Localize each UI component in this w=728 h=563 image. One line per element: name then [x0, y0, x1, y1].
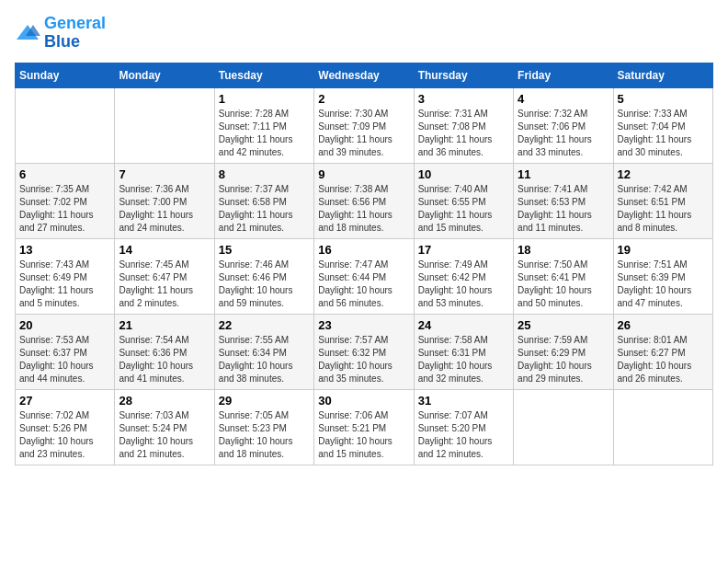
- calendar-cell: [514, 389, 613, 465]
- logo: General Blue: [15, 15, 106, 52]
- calendar-cell: 8Sunrise: 7:37 AM Sunset: 6:58 PM Daylig…: [214, 163, 313, 238]
- day-info: Sunrise: 7:57 AM Sunset: 6:32 PM Dayligh…: [318, 334, 409, 385]
- day-info: Sunrise: 7:38 AM Sunset: 6:56 PM Dayligh…: [318, 183, 409, 235]
- day-number: 20: [19, 318, 110, 332]
- day-number: 9: [318, 167, 409, 181]
- calendar-cell: 28Sunrise: 7:03 AM Sunset: 5:24 PM Dayli…: [115, 389, 214, 465]
- day-info: Sunrise: 7:05 AM Sunset: 5:23 PM Dayligh…: [219, 409, 310, 461]
- day-number: 11: [518, 167, 609, 181]
- calendar-cell: 15Sunrise: 7:46 AM Sunset: 6:46 PM Dayli…: [214, 238, 313, 314]
- day-number: 28: [119, 394, 210, 408]
- day-number: 14: [119, 243, 210, 257]
- day-number: 30: [318, 394, 409, 408]
- day-number: 4: [518, 92, 609, 106]
- day-number: 23: [318, 318, 409, 332]
- header-day-saturday: Saturday: [613, 63, 712, 87]
- calendar-cell: 4Sunrise: 7:32 AM Sunset: 7:06 PM Daylig…: [514, 87, 613, 163]
- calendar-cell: 9Sunrise: 7:38 AM Sunset: 6:56 PM Daylig…: [314, 163, 414, 238]
- calendar-cell: 10Sunrise: 7:40 AM Sunset: 6:55 PM Dayli…: [414, 163, 513, 238]
- day-info: Sunrise: 7:49 AM Sunset: 6:42 PM Dayligh…: [418, 259, 509, 310]
- day-info: Sunrise: 7:54 AM Sunset: 6:36 PM Dayligh…: [119, 334, 210, 385]
- day-number: 24: [418, 318, 509, 332]
- day-info: Sunrise: 7:06 AM Sunset: 5:21 PM Dayligh…: [318, 409, 409, 461]
- calendar-cell: 30Sunrise: 7:06 AM Sunset: 5:21 PM Dayli…: [314, 389, 414, 465]
- calendar-cell: 2Sunrise: 7:30 AM Sunset: 7:09 PM Daylig…: [314, 87, 414, 163]
- day-info: Sunrise: 7:59 AM Sunset: 6:29 PM Dayligh…: [518, 334, 609, 385]
- day-number: 19: [618, 243, 709, 257]
- day-number: 8: [219, 167, 310, 181]
- day-info: Sunrise: 7:58 AM Sunset: 6:31 PM Dayligh…: [418, 334, 509, 385]
- calendar-cell: 19Sunrise: 7:51 AM Sunset: 6:39 PM Dayli…: [613, 238, 712, 314]
- day-info: Sunrise: 7:07 AM Sunset: 5:20 PM Dayligh…: [418, 409, 509, 461]
- header-day-friday: Friday: [514, 63, 613, 87]
- calendar-cell: 12Sunrise: 7:42 AM Sunset: 6:51 PM Dayli…: [613, 163, 712, 238]
- day-info: Sunrise: 7:51 AM Sunset: 6:39 PM Dayligh…: [618, 259, 709, 310]
- calendar-cell: 3Sunrise: 7:31 AM Sunset: 7:08 PM Daylig…: [414, 87, 513, 163]
- day-info: Sunrise: 7:53 AM Sunset: 6:37 PM Dayligh…: [19, 334, 110, 385]
- day-number: 29: [219, 394, 310, 408]
- header-day-wednesday: Wednesday: [314, 63, 414, 87]
- calendar-cell: 26Sunrise: 8:01 AM Sunset: 6:27 PM Dayli…: [613, 314, 712, 389]
- day-number: 31: [418, 394, 509, 408]
- day-info: Sunrise: 7:36 AM Sunset: 7:00 PM Dayligh…: [119, 183, 210, 235]
- day-info: Sunrise: 7:02 AM Sunset: 5:26 PM Dayligh…: [19, 409, 110, 461]
- week-row-3: 13Sunrise: 7:43 AM Sunset: 6:49 PM Dayli…: [16, 238, 713, 314]
- day-info: Sunrise: 7:41 AM Sunset: 6:53 PM Dayligh…: [518, 183, 609, 235]
- calendar-cell: 27Sunrise: 7:02 AM Sunset: 5:26 PM Dayli…: [16, 389, 115, 465]
- logo-icon: [15, 23, 40, 43]
- calendar-cell: 29Sunrise: 7:05 AM Sunset: 5:23 PM Dayli…: [214, 389, 313, 465]
- day-info: Sunrise: 7:55 AM Sunset: 6:34 PM Dayligh…: [219, 334, 310, 385]
- day-info: Sunrise: 7:37 AM Sunset: 6:58 PM Dayligh…: [219, 183, 310, 235]
- day-number: 12: [618, 167, 709, 181]
- day-info: Sunrise: 7:33 AM Sunset: 7:04 PM Dayligh…: [618, 108, 709, 159]
- calendar-cell: 14Sunrise: 7:45 AM Sunset: 6:47 PM Dayli…: [115, 238, 214, 314]
- page-header: General Blue: [15, 15, 713, 52]
- calendar-cell: [613, 389, 712, 465]
- day-number: 18: [518, 243, 609, 257]
- day-info: Sunrise: 7:50 AM Sunset: 6:41 PM Dayligh…: [518, 259, 609, 310]
- day-info: Sunrise: 7:47 AM Sunset: 6:44 PM Dayligh…: [318, 259, 409, 310]
- calendar-header-row: SundayMondayTuesdayWednesdayThursdayFrid…: [16, 63, 713, 87]
- calendar-cell: 1Sunrise: 7:28 AM Sunset: 7:11 PM Daylig…: [214, 87, 313, 163]
- header-day-tuesday: Tuesday: [214, 63, 313, 87]
- logo-text: General Blue: [44, 15, 106, 52]
- calendar-cell: 6Sunrise: 7:35 AM Sunset: 7:02 PM Daylig…: [16, 163, 115, 238]
- week-row-1: 1Sunrise: 7:28 AM Sunset: 7:11 PM Daylig…: [16, 87, 713, 163]
- week-row-5: 27Sunrise: 7:02 AM Sunset: 5:26 PM Dayli…: [16, 389, 713, 465]
- day-number: 1: [219, 92, 310, 106]
- calendar-cell: 16Sunrise: 7:47 AM Sunset: 6:44 PM Dayli…: [314, 238, 414, 314]
- day-number: 2: [318, 92, 409, 106]
- day-info: Sunrise: 7:32 AM Sunset: 7:06 PM Dayligh…: [518, 108, 609, 159]
- calendar-cell: 24Sunrise: 7:58 AM Sunset: 6:31 PM Dayli…: [414, 314, 513, 389]
- day-info: Sunrise: 7:42 AM Sunset: 6:51 PM Dayligh…: [618, 183, 709, 235]
- header-day-sunday: Sunday: [16, 63, 115, 87]
- day-number: 15: [219, 243, 310, 257]
- day-number: 13: [19, 243, 110, 257]
- day-info: Sunrise: 7:35 AM Sunset: 7:02 PM Dayligh…: [19, 183, 110, 235]
- header-day-monday: Monday: [115, 63, 214, 87]
- day-number: 22: [219, 318, 310, 332]
- day-info: Sunrise: 8:01 AM Sunset: 6:27 PM Dayligh…: [618, 334, 709, 385]
- day-info: Sunrise: 7:45 AM Sunset: 6:47 PM Dayligh…: [119, 259, 210, 310]
- day-number: 25: [518, 318, 609, 332]
- calendar-cell: 25Sunrise: 7:59 AM Sunset: 6:29 PM Dayli…: [514, 314, 613, 389]
- header-day-thursday: Thursday: [414, 63, 513, 87]
- day-number: 26: [618, 318, 709, 332]
- day-number: 17: [418, 243, 509, 257]
- calendar-table: SundayMondayTuesdayWednesdayThursdayFrid…: [15, 63, 713, 465]
- day-number: 7: [119, 167, 210, 181]
- day-number: 6: [19, 167, 110, 181]
- day-info: Sunrise: 7:31 AM Sunset: 7:08 PM Dayligh…: [418, 108, 509, 159]
- week-row-4: 20Sunrise: 7:53 AM Sunset: 6:37 PM Dayli…: [16, 314, 713, 389]
- calendar-cell: [16, 87, 115, 163]
- calendar-cell: 22Sunrise: 7:55 AM Sunset: 6:34 PM Dayli…: [214, 314, 313, 389]
- day-info: Sunrise: 7:28 AM Sunset: 7:11 PM Dayligh…: [219, 108, 310, 159]
- day-info: Sunrise: 7:30 AM Sunset: 7:09 PM Dayligh…: [318, 108, 409, 159]
- day-info: Sunrise: 7:46 AM Sunset: 6:46 PM Dayligh…: [219, 259, 310, 310]
- calendar-cell: 7Sunrise: 7:36 AM Sunset: 7:00 PM Daylig…: [115, 163, 214, 238]
- day-number: 21: [119, 318, 210, 332]
- day-info: Sunrise: 7:03 AM Sunset: 5:24 PM Dayligh…: [119, 409, 210, 461]
- calendar-cell: 17Sunrise: 7:49 AM Sunset: 6:42 PM Dayli…: [414, 238, 513, 314]
- week-row-2: 6Sunrise: 7:35 AM Sunset: 7:02 PM Daylig…: [16, 163, 713, 238]
- day-number: 5: [618, 92, 709, 106]
